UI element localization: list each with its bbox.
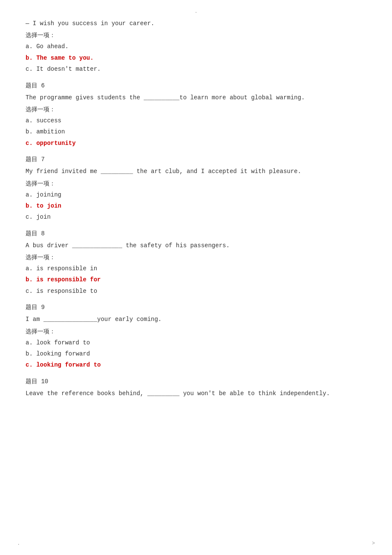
question-block-q7: 题目 7 My friend invited me _________ the … [26,156,366,222]
select-prompt-q7: 选择一项： [26,180,366,188]
option-q7-b[interactable]: b. to join [26,201,366,211]
section-title-q8: 题目 8 [26,230,366,237]
question-stem-q5: — I wish you success in your career. [26,19,366,28]
option-q6-b[interactable]: b. ambition [26,127,366,136]
option-q8-a[interactable]: a. is responsible in [26,264,366,273]
question-stem-q10: Leave the reference books behind, ______… [26,389,366,398]
question-block-q9: 题目 9 I am _______________your early comi… [26,304,366,370]
option-q7-c[interactable]: c. join [26,212,366,222]
option-q6-a[interactable]: a. success [26,116,366,125]
question-block-q8: 题目 8 A bus driver ______________ the saf… [26,230,366,296]
option-q8-c[interactable]: c. is responsible to [26,286,366,296]
option-q9-b[interactable]: b. looking forward [26,349,366,358]
select-prompt-q8: 选择一项： [26,254,366,261]
section-title-q9: 题目 9 [26,304,366,311]
section-title-q10: 题目 10 [26,378,366,385]
select-prompt-q9: 选择一项： [26,328,366,335]
section-title-q7: 题目 7 [26,156,366,163]
select-prompt-q6: 选择一项： [26,106,366,113]
bottom-bar: . > [0,541,392,546]
question-stem-q7: My friend invited me _________ the art c… [26,167,366,176]
option-q7-a[interactable]: a. joining [26,190,366,199]
section-title-q6: 题目 6 [26,82,366,90]
question-stem-q9: I am _______________your early coming. [26,315,366,324]
bottom-left-dot: . [17,541,20,546]
question-stem-q6: The programme gives students the _______… [26,93,366,102]
question-block-q5: — I wish you success in your career. 选择一… [26,19,366,74]
option-q5-a[interactable]: a. Go ahead. [26,42,366,51]
option-q6-c[interactable]: c. opportunity [26,139,366,148]
option-q5-c[interactable]: c. It doesn't matter. [26,64,366,74]
question-block-q6: 题目 6 The programme gives students the __… [26,82,366,148]
top-dot: . [26,9,366,14]
bottom-right-arrow[interactable]: > [372,541,375,546]
select-prompt-q5: 选择一项： [26,32,366,39]
question-stem-q8: A bus driver ______________ the safety o… [26,241,366,250]
option-q5-b[interactable]: b. The same to you. [26,53,366,63]
option-q8-b[interactable]: b. is responsible for [26,275,366,284]
option-q9-c[interactable]: c. looking forward to [26,360,366,370]
question-block-q10: 题目 10 Leave the reference books behind, … [26,378,366,398]
option-q9-a[interactable]: a. look forward to [26,338,366,347]
